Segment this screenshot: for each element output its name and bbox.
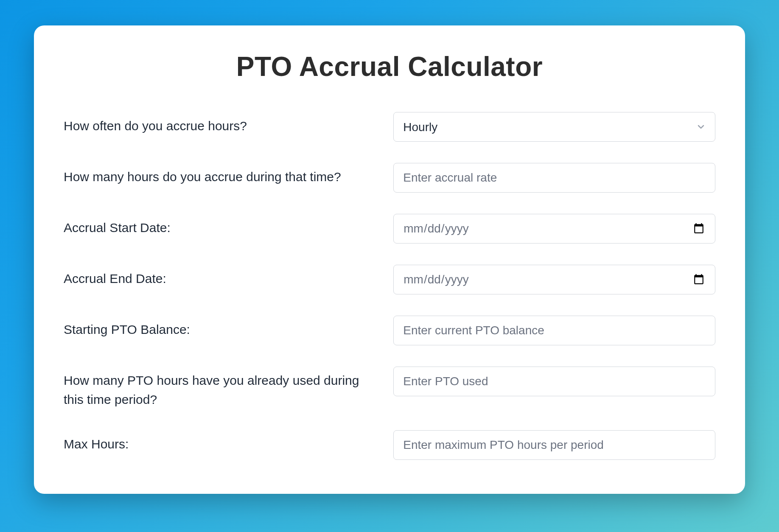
control-wrap-start-date bbox=[393, 214, 715, 244]
label-max-hours: Max Hours: bbox=[64, 430, 376, 454]
row-max-hours: Max Hours: bbox=[64, 430, 715, 460]
label-rate: How many hours do you accrue during that… bbox=[64, 163, 376, 186]
control-wrap-starting-balance bbox=[393, 316, 715, 345]
starting-balance-input[interactable] bbox=[393, 316, 715, 345]
control-wrap-rate bbox=[393, 163, 715, 193]
control-wrap-max-hours bbox=[393, 430, 715, 460]
label-start-date: Accrual Start Date: bbox=[64, 214, 376, 237]
label-starting-balance: Starting PTO Balance: bbox=[64, 316, 376, 339]
row-starting-balance: Starting PTO Balance: bbox=[64, 316, 715, 345]
label-end-date: Accrual End Date: bbox=[64, 265, 376, 288]
row-pto-used: How many PTO hours have you already used… bbox=[64, 367, 715, 409]
control-wrap-frequency: Hourly bbox=[393, 112, 715, 142]
label-pto-used: How many PTO hours have you already used… bbox=[64, 367, 376, 409]
page-title: PTO Accrual Calculator bbox=[64, 51, 715, 82]
control-wrap-end-date bbox=[393, 265, 715, 294]
end-date-input[interactable] bbox=[393, 265, 715, 294]
row-frequency: How often do you accrue hours? Hourly bbox=[64, 112, 715, 142]
label-frequency: How often do you accrue hours? bbox=[64, 112, 376, 135]
calculator-card: PTO Accrual Calculator How often do you … bbox=[34, 25, 745, 494]
pto-used-input[interactable] bbox=[393, 367, 715, 396]
frequency-select[interactable]: Hourly bbox=[393, 112, 715, 142]
max-hours-input[interactable] bbox=[393, 430, 715, 460]
row-end-date: Accrual End Date: bbox=[64, 265, 715, 294]
start-date-input[interactable] bbox=[393, 214, 715, 244]
control-wrap-pto-used bbox=[393, 367, 715, 396]
row-start-date: Accrual Start Date: bbox=[64, 214, 715, 244]
row-rate: How many hours do you accrue during that… bbox=[64, 163, 715, 193]
rate-input[interactable] bbox=[393, 163, 715, 193]
